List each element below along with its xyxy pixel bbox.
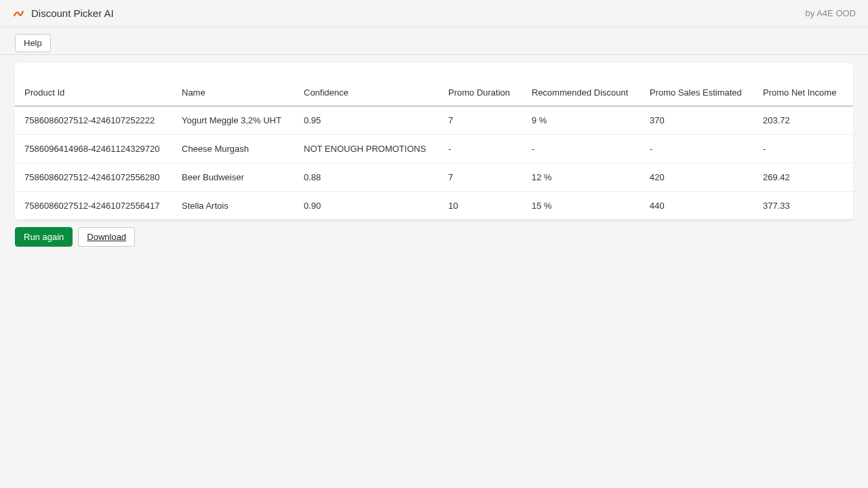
cell-promo-net-income: 203.72 <box>753 106 853 135</box>
cell-name: Yogurt Meggle 3,2% UHT <box>172 106 294 135</box>
header-byline: by A4E OOD <box>806 8 856 18</box>
table-row[interactable]: 7586096414968-42461124329720Cheese Murga… <box>15 135 853 163</box>
cell-promo-duration: - <box>439 135 522 163</box>
cell-confidence: 0.90 <box>294 192 439 220</box>
col-header-recommended-discount: Recommended Discount <box>522 79 640 106</box>
col-header-promo-sales: Promo Sales Estimated <box>640 79 753 106</box>
table-header-row: Product Id Name Confidence Promo Duratio… <box>15 79 853 106</box>
cell-product-id: 7586086027512-42461072556280 <box>15 163 172 192</box>
cell-promo-sales: 440 <box>640 192 753 220</box>
cell-recommended-discount: 9 % <box>522 106 640 135</box>
toolbar: Help <box>0 27 868 55</box>
table-row[interactable]: 7586086027512-42461072556280Beer Budweis… <box>15 163 853 192</box>
cell-promo-sales: 370 <box>640 106 753 135</box>
col-header-promo-duration: Promo Duration <box>439 79 522 106</box>
cell-promo-duration: 7 <box>439 106 522 135</box>
cell-promo-duration: 10 <box>439 192 522 220</box>
table-row[interactable]: 7586086027512-42461072556417Stella Artoi… <box>15 192 853 220</box>
cell-promo-net-income: 269.42 <box>753 163 853 192</box>
app-logo-icon <box>12 7 24 20</box>
cell-promo-net-income: 377.33 <box>753 192 853 220</box>
run-again-button[interactable]: Run again <box>15 227 73 247</box>
col-header-promo-net-income: Promo Net Income <box>753 79 853 106</box>
cell-confidence: 0.88 <box>294 163 439 192</box>
cell-product-id: 7586096414968-42461124329720 <box>15 135 172 163</box>
col-header-confidence: Confidence <box>294 79 439 106</box>
action-bar: Run again Download <box>15 227 853 247</box>
cell-promo-sales: 420 <box>640 163 753 192</box>
download-button[interactable]: Download <box>78 227 135 247</box>
cell-name: Cheese Murgash <box>172 135 294 163</box>
cell-name: Stella Artois <box>172 192 294 220</box>
cell-product-id: 7586086027512-4246107252222 <box>15 106 172 135</box>
cell-confidence: NOT ENOUGH PROMOTIONS <box>294 135 439 163</box>
cell-promo-net-income: - <box>753 135 853 163</box>
results-table: Product Id Name Confidence Promo Duratio… <box>15 79 853 220</box>
cell-product-id: 7586086027512-42461072556417 <box>15 192 172 220</box>
cell-promo-sales: - <box>640 135 753 163</box>
results-card: Product Id Name Confidence Promo Duratio… <box>15 63 853 220</box>
cell-recommended-discount: 15 % <box>522 192 640 220</box>
col-header-name: Name <box>172 79 294 106</box>
col-header-product-id: Product Id <box>15 79 172 106</box>
app-header: Discount Picker AI by A4E OOD <box>0 0 868 27</box>
cell-confidence: 0.95 <box>294 106 439 135</box>
help-button[interactable]: Help <box>15 34 51 52</box>
main-content: Product Id Name Confidence Promo Duratio… <box>0 55 868 255</box>
table-row[interactable]: 7586086027512-4246107252222Yogurt Meggle… <box>15 106 853 135</box>
app-title: Discount Picker AI <box>31 7 114 19</box>
cell-promo-duration: 7 <box>439 163 522 192</box>
cell-name: Beer Budweiser <box>172 163 294 192</box>
cell-recommended-discount: 12 % <box>522 163 640 192</box>
cell-recommended-discount: - <box>522 135 640 163</box>
header-left: Discount Picker AI <box>12 7 114 20</box>
